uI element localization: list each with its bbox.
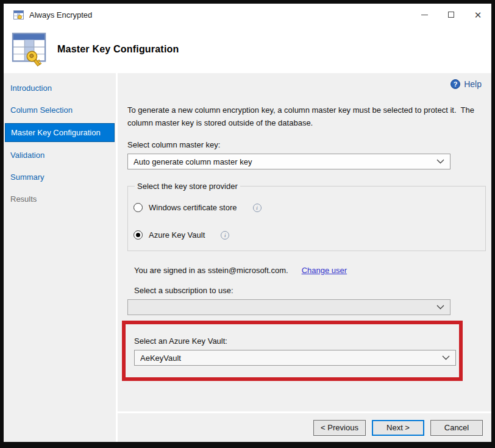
azure-key-vault-dropdown[interactable]: AeKeyVault (134, 350, 456, 366)
title-bar: Always Encrypted ✕ (4, 4, 491, 26)
master-key-dropdown-value: Auto generate column master key (134, 157, 432, 166)
table-key-icon (11, 32, 49, 66)
sidebar-item-validation[interactable]: Validation (5, 146, 115, 164)
master-key-configuration-page: ? Help To generate a new column encrypti… (118, 73, 491, 411)
radio-azure-key-vault-label: Azure Key Vault (149, 230, 205, 240)
red-annotation-box: Select an Azure Key Vault: AeKeyVault (122, 321, 463, 381)
chevron-down-icon (442, 355, 450, 360)
sidebar-item-results: Results (5, 190, 115, 208)
key-store-provider-group: Select the key store provider Windows ce… (127, 182, 486, 251)
minimize-button[interactable] (411, 4, 438, 26)
radio-windows-certificate-store[interactable]: Windows certificate store i (134, 203, 479, 212)
chevron-down-icon (436, 159, 444, 164)
help-link[interactable]: Help (464, 79, 482, 89)
radio-selected-icon (134, 230, 143, 240)
info-icon[interactable]: i (221, 231, 229, 240)
previous-button[interactable]: < Previous (313, 420, 366, 436)
azure-key-vault-dropdown-value: AeKeyVault (140, 354, 437, 363)
close-icon: ✕ (474, 10, 482, 20)
subscription-dropdown[interactable] (127, 299, 450, 315)
help-icon: ? (450, 79, 460, 89)
close-button[interactable]: ✕ (465, 4, 491, 26)
master-key-label: Select column master key: (127, 140, 484, 149)
wizard-steps-sidebar: Introduction Column Selection Master Key… (4, 73, 118, 442)
signin-row: You are signed in as sstein@microsoft.co… (127, 266, 484, 275)
minimize-icon (421, 15, 428, 15)
wizard-window: Always Encrypted ✕ Master Key Configur (4, 4, 491, 442)
key-store-provider-group-title: Select the key store provider (135, 182, 240, 191)
sidebar-item-introduction[interactable]: Introduction (5, 79, 115, 97)
sidebar-item-master-key-configuration[interactable]: Master Key Configuration (5, 123, 115, 142)
radio-unselected-icon (134, 203, 143, 212)
radio-windows-certificate-store-label: Windows certificate store (149, 203, 237, 212)
intro-text: To generate a new column encryption key,… (127, 104, 483, 129)
wizard-button-bar: < Previous Next > Cancel (118, 411, 491, 442)
radio-azure-key-vault[interactable]: Azure Key Vault i (134, 230, 479, 240)
wizard-header: Master Key Configuration (4, 26, 491, 73)
window-title: Always Encrypted (29, 10, 92, 20)
maximize-icon (448, 12, 454, 18)
subscription-label: Select a subscription to use: (127, 286, 484, 295)
azure-key-vault-label: Select an Azure Key Vault: (134, 336, 459, 346)
next-button[interactable]: Next > (372, 420, 424, 436)
master-key-dropdown[interactable]: Auto generate column master key (127, 154, 450, 169)
sidebar-item-column-selection[interactable]: Column Selection (5, 101, 115, 119)
page-title: Master Key Configuration (57, 44, 179, 55)
app-table-key-icon (13, 10, 24, 20)
change-user-link[interactable]: Change user (302, 266, 347, 275)
window-controls: ✕ (411, 4, 491, 26)
maximize-button[interactable] (438, 4, 465, 26)
info-icon[interactable]: i (253, 204, 262, 212)
sidebar-item-summary[interactable]: Summary (5, 168, 115, 186)
chevron-down-icon (436, 305, 444, 310)
cancel-button[interactable]: Cancel (430, 420, 483, 436)
help-row: ? Help (127, 79, 484, 89)
signed-in-text: You are signed in as sstein@microsoft.co… (134, 266, 288, 275)
